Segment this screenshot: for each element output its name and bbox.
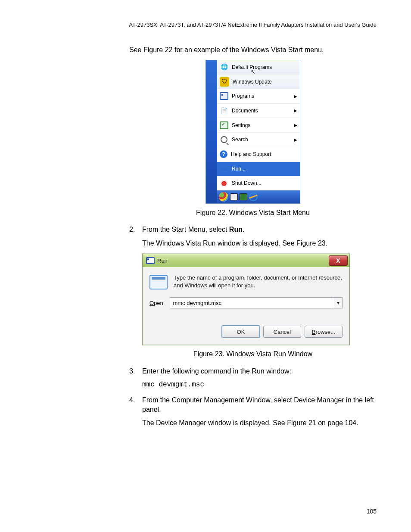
figure-23-wrapper: Run X Type the name of a program, folder… xyxy=(142,254,349,345)
step-2-follow: The Windows Vista Run window is displaye… xyxy=(142,239,377,248)
ie-icon[interactable] xyxy=(249,193,258,201)
settings-icon xyxy=(220,121,228,130)
step-4: 4. From the Computer Management Window, … xyxy=(129,395,377,414)
figure-22-caption: Figure 22. Windows Vista Start Menu xyxy=(129,208,377,218)
chevron-right-icon: ▶ xyxy=(294,108,297,114)
menu-item-programs[interactable]: Programs ▶ xyxy=(217,89,300,104)
browse-rest: rowse... xyxy=(316,328,336,336)
step-body: From the Start Menu, select Run. xyxy=(142,225,377,234)
globe-icon: 🌐 xyxy=(220,63,228,72)
menu-item-label: Run... xyxy=(232,165,246,172)
open-label-rest: pen: xyxy=(154,300,165,306)
taskbar-app-icon[interactable] xyxy=(240,193,247,200)
step-number: 2. xyxy=(129,225,142,234)
open-input[interactable] xyxy=(170,298,334,308)
start-menu-sidebar-label: Windows Vista™ xyxy=(206,156,208,198)
menu-item-shutdown[interactable]: Shut Down... xyxy=(217,176,300,190)
ok-button[interactable]: OK xyxy=(222,326,260,338)
step-2-text-prefix: From the Start Menu, select xyxy=(142,226,229,233)
run-footer: OK Cancel Browse... xyxy=(143,321,349,345)
run-description-row: Type the name of a program, folder, docu… xyxy=(149,274,342,289)
document-page: AT-2973SX, AT-2973T, and AT-2973T/4 NetE… xyxy=(0,0,411,532)
taskbar xyxy=(217,190,300,203)
menu-item-help[interactable]: ? Help and Support xyxy=(217,147,300,162)
shutdown-icon xyxy=(220,179,228,188)
taskbar-window-icon[interactable] xyxy=(230,193,238,200)
menu-item-label: Help and Support xyxy=(231,151,271,158)
dropdown-arrow-icon[interactable]: ▼ xyxy=(334,298,342,308)
run-description: Type the name of a program, folder, docu… xyxy=(174,274,342,289)
browse-underline: B xyxy=(312,328,316,336)
menu-item-search[interactable]: Search ▶ xyxy=(217,133,300,147)
run-body-icon xyxy=(149,275,168,289)
documents-icon: 📄 xyxy=(220,106,228,115)
body-column: See Figure 22 for an example of the Wind… xyxy=(129,45,377,428)
menu-item-documents[interactable]: 📄 Documents ▶ xyxy=(217,104,300,118)
step-3: 3. Enter the following command in the Ru… xyxy=(129,367,377,376)
menu-item-windows-update[interactable]: 🛡 Windows Update xyxy=(217,75,300,89)
run-title-icon xyxy=(146,257,155,264)
chevron-right-icon: ▶ xyxy=(294,137,297,143)
intro-paragraph: See Figure 22 for an example of the Wind… xyxy=(129,45,377,55)
step-2-bold: Run xyxy=(229,226,243,233)
start-menu-main: 🌐 Default Programs ↖ 🛡 Windows Update Pr… xyxy=(217,60,300,203)
menu-item-label: Shut Down... xyxy=(232,180,262,187)
help-icon: ? xyxy=(220,150,227,158)
run-title: Run xyxy=(157,257,168,265)
shield-icon: 🛡 xyxy=(220,77,229,87)
start-orb-icon[interactable] xyxy=(219,192,228,202)
run-icon: ▭ xyxy=(220,165,228,173)
browse-button[interactable]: Browse... xyxy=(305,326,342,338)
open-combobox[interactable]: ▼ xyxy=(170,297,342,308)
figure-23-caption: Figure 23. Windows Vista Run Window xyxy=(129,349,377,359)
chevron-right-icon: ▶ xyxy=(294,93,297,100)
page-number: 105 xyxy=(367,508,377,515)
ok-button-label: OK xyxy=(237,328,245,336)
cancel-button-label: Cancel xyxy=(274,328,291,336)
open-label-underline: O xyxy=(149,300,154,306)
menu-item-default-programs[interactable]: 🌐 Default Programs ↖ xyxy=(217,60,300,75)
menu-item-run[interactable]: ▭ Run... xyxy=(217,162,300,177)
menu-item-settings[interactable]: Settings ▶ xyxy=(217,118,300,133)
run-body: Type the name of a program, folder, docu… xyxy=(143,267,349,321)
cancel-button[interactable]: Cancel xyxy=(263,326,301,338)
run-titlebar: Run X xyxy=(143,254,349,267)
chevron-right-icon: ▶ xyxy=(294,122,297,128)
programs-icon xyxy=(220,92,228,100)
run-open-row: Open: ▼ xyxy=(149,297,342,308)
step-3-text: Enter the following command in the Run w… xyxy=(142,367,377,376)
open-label: Open: xyxy=(149,299,165,307)
step-number: 3. xyxy=(129,367,142,376)
step-2: 2. From the Start Menu, select Run. xyxy=(129,225,377,234)
menu-item-label: Programs xyxy=(232,93,254,100)
close-button[interactable]: X xyxy=(329,255,348,266)
menu-item-label: Documents xyxy=(232,107,258,114)
run-dialog: Run X Type the name of a program, folder… xyxy=(142,254,350,345)
figure-22-wrapper: Windows Vista™ 🌐 Default Programs ↖ 🛡 Wi… xyxy=(206,60,300,204)
close-icon: X xyxy=(336,257,340,265)
menu-item-label: Windows Update xyxy=(233,78,272,85)
start-menu-sidebar: Windows Vista™ xyxy=(206,60,217,203)
start-menu: Windows Vista™ 🌐 Default Programs ↖ 🛡 Wi… xyxy=(206,60,300,204)
menu-item-label: Settings xyxy=(232,122,250,129)
menu-item-label: Search xyxy=(232,136,248,143)
step-3-command: mmc devmgmt.msc xyxy=(142,380,377,390)
step-4-text: From the Computer Management Window, sel… xyxy=(142,395,377,414)
step-4-follow: The Device Manager window is displayed. … xyxy=(142,418,377,428)
search-icon xyxy=(220,135,228,144)
page-header: AT-2973SX, AT-2973T, and AT-2973T/4 NetE… xyxy=(34,22,377,28)
step-number: 4. xyxy=(129,395,142,414)
step-2-text-suffix: . xyxy=(243,226,244,233)
